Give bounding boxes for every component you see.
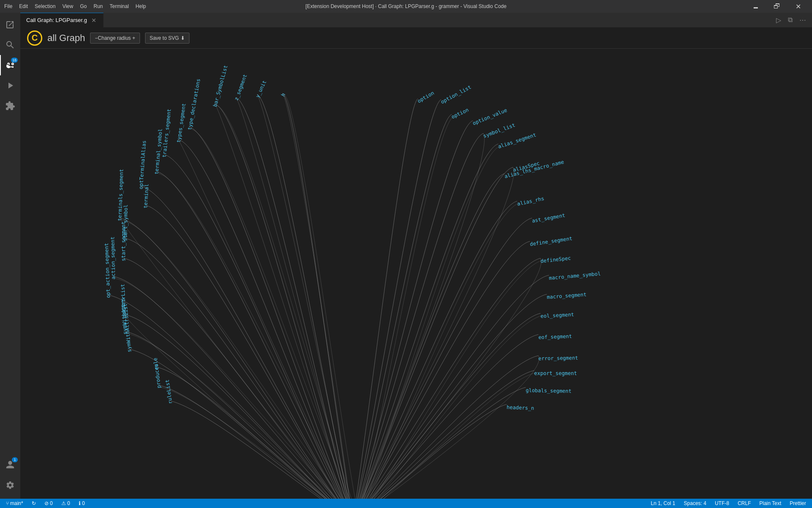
editor-area: Call Graph: LPGParser.g ✕ ▷ ⧉ ⋯ C all Gr… <box>20 13 812 499</box>
graph-canvas[interactable]: bar_SymbolListz_segmenty_unithoptionopti… <box>20 49 812 499</box>
eol-status[interactable]: CRLF <box>736 500 752 506</box>
warnings-status[interactable]: ⚠ 0 <box>60 500 72 506</box>
sidebar-item-run[interactable] <box>0 75 20 96</box>
tab-call-graph[interactable]: Call Graph: LPGParser.g ✕ <box>20 13 104 28</box>
app-logo: C <box>27 30 42 46</box>
close-button[interactable]: ✕ <box>788 0 808 13</box>
sidebar-item-search[interactable] <box>0 35 20 55</box>
sync-status[interactable]: ↻ <box>30 500 38 506</box>
app-title: all Graph <box>47 33 85 44</box>
minimize-button[interactable]: 🗕 <box>746 0 765 13</box>
menu-go[interactable]: Go <box>80 3 87 9</box>
eol-label: CRLF <box>738 500 751 506</box>
menu-bar[interactable]: File Edit Selection View Go Run Terminal… <box>4 3 146 9</box>
sidebar-item-source-control[interactable]: 16 <box>0 55 20 75</box>
errors-status[interactable]: ⊘ 0 <box>43 500 55 506</box>
status-bar: ⑂ main* ↻ ⊘ 0 ⚠ 0 ℹ 0 Ln 1, Col 1 Spaces… <box>0 499 812 508</box>
split-editor-button[interactable]: ⧉ <box>785 14 795 25</box>
change-radius-button[interactable]: −Change radius + <box>90 33 140 44</box>
spaces-label: Spaces: 4 <box>684 500 706 506</box>
save-svg-label: Save to SVG <box>150 35 179 41</box>
menu-help[interactable]: Help <box>136 3 146 9</box>
settings-icon[interactable] <box>0 475 20 495</box>
more-actions-button[interactable]: ⋯ <box>797 14 809 26</box>
save-svg-button[interactable]: Save to SVG ⬇ <box>145 33 189 44</box>
account-icon[interactable]: 1 <box>0 455 20 475</box>
sidebar-item-extensions[interactable] <box>0 96 20 116</box>
info-status[interactable]: ℹ 0 <box>77 500 87 506</box>
tab-close-button[interactable]: ✕ <box>91 17 97 24</box>
graph-svg <box>20 49 812 499</box>
encoding-label: UTF-8 <box>715 500 729 506</box>
info-label: ℹ 0 <box>79 500 85 506</box>
source-control-badge: 16 <box>11 58 18 63</box>
account-badge: 1 <box>12 457 18 462</box>
language-status[interactable]: Plain Text <box>758 500 783 506</box>
line-col-status[interactable]: Ln 1, Col 1 <box>649 500 677 506</box>
spaces-status[interactable]: Spaces: 4 <box>682 500 708 506</box>
menu-terminal[interactable]: Terminal <box>110 3 129 9</box>
title-bar: File Edit Selection View Go Run Terminal… <box>0 0 812 13</box>
encoding-status[interactable]: UTF-8 <box>713 500 731 506</box>
formatter-status[interactable]: Prettier <box>788 500 808 506</box>
menu-selection[interactable]: Selection <box>35 3 55 9</box>
tab-actions: ▷ ⧉ ⋯ <box>774 14 812 26</box>
menu-view[interactable]: View <box>62 3 73 9</box>
sync-icon: ↻ <box>32 500 36 506</box>
menu-run[interactable]: Run <box>93 3 103 9</box>
window-title: [Extension Development Host] · Call Grap… <box>305 3 506 9</box>
activity-bar-bottom: 1 <box>0 455 20 499</box>
status-bar-right: Ln 1, Col 1 Spaces: 4 UTF-8 CRLF Plain T… <box>649 500 808 506</box>
run-action-button[interactable]: ▷ <box>774 14 784 26</box>
sidebar-item-explorer[interactable] <box>0 14 20 35</box>
formatter-label: Prettier <box>790 500 806 506</box>
branch-status[interactable]: ⑂ main* <box>4 500 25 506</box>
maximize-button[interactable]: 🗗 <box>767 0 787 13</box>
menu-file[interactable]: File <box>4 3 12 9</box>
menu-edit[interactable]: Edit <box>19 3 28 9</box>
main-area: 16 1 <box>0 13 812 499</box>
tab-bar: Call Graph: LPGParser.g ✕ ▷ ⧉ ⋯ <box>20 13 812 28</box>
activity-bar: 16 1 <box>0 13 20 499</box>
branch-icon: ⑂ <box>6 500 9 506</box>
warnings-label: ⚠ 0 <box>61 500 70 506</box>
branch-name: main* <box>10 500 23 506</box>
language-label: Plain Text <box>760 500 782 506</box>
window-controls[interactable]: 🗕 🗗 ✕ <box>746 0 808 13</box>
toolbar: C all Graph −Change radius + Save to SVG… <box>20 28 812 49</box>
line-col-label: Ln 1, Col 1 <box>651 500 675 506</box>
tab-label: Call Graph: LPGParser.g <box>26 17 87 23</box>
errors-label: ⊘ 0 <box>44 500 53 506</box>
download-icon: ⬇ <box>181 35 185 41</box>
